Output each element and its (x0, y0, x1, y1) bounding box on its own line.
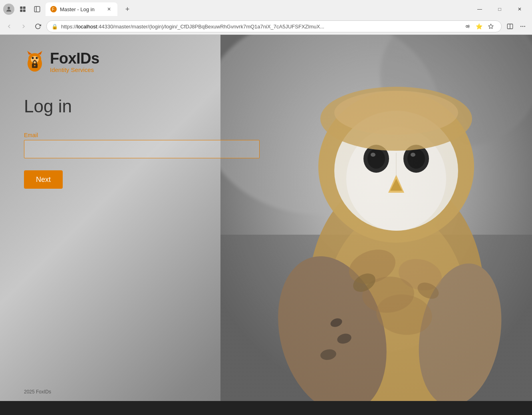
back-button[interactable] (3, 20, 15, 32)
lock-icon: 🔒 (52, 24, 58, 30)
minimize-button[interactable]: — (470, 3, 489, 16)
login-area: FoxIDs Identity Services Log in Email Ne… (0, 35, 288, 401)
brand-header: FoxIDs Identity Services (24, 51, 99, 73)
read-aloud-icon[interactable] (461, 21, 472, 32)
svg-point-15 (524, 26, 525, 27)
login-title: Log in (24, 97, 72, 116)
active-tab[interactable]: F Master - Log in ✕ (46, 2, 117, 16)
favorites-icon[interactable]: ⭐ (473, 21, 484, 32)
tab-title: Master - Log in (60, 6, 102, 12)
svg-rect-1 (20, 6, 22, 9)
footer-copyright: 2025 FoxIDs (24, 389, 51, 395)
new-tab-button[interactable]: + (121, 3, 133, 15)
svg-point-55 (32, 57, 34, 59)
toolbar-buttons (504, 20, 529, 32)
email-label: Email (24, 132, 260, 138)
tab-close-button[interactable]: ✕ (105, 6, 113, 13)
svg-rect-4 (23, 10, 26, 12)
email-form-group: Email (24, 132, 260, 158)
svg-point-9 (466, 26, 468, 28)
browser-chrome: F Master - Log in ✕ + — □ ✕ 🔒 (0, 0, 532, 35)
split-view-button[interactable] (504, 20, 516, 32)
sidebar-toggle[interactable] (31, 3, 43, 15)
brand-name: FoxIDs (50, 51, 99, 66)
email-input[interactable] (24, 140, 260, 158)
svg-point-54 (31, 56, 39, 63)
svg-rect-2 (23, 6, 26, 9)
address-bar-row: 🔒 https://localhost:44330/master/master/… (0, 18, 532, 34)
maximize-button[interactable]: □ (490, 3, 509, 16)
next-button[interactable]: Next (24, 170, 63, 189)
window-controls: — □ ✕ (470, 3, 529, 16)
svg-point-14 (522, 26, 524, 27)
svg-text:F: F (52, 7, 54, 12)
svg-point-13 (520, 26, 522, 27)
svg-point-59 (34, 65, 36, 66)
svg-rect-3 (20, 10, 22, 12)
close-button[interactable]: ✕ (510, 3, 529, 16)
add-favorites-icon[interactable] (485, 21, 496, 32)
brand-text-group: FoxIDs Identity Services (50, 51, 99, 73)
extensions-icon[interactable] (17, 3, 29, 15)
page-content: FoxIDs Identity Services Log in Email Ne… (0, 35, 532, 401)
svg-point-0 (8, 7, 10, 9)
svg-marker-10 (488, 24, 493, 28)
svg-rect-5 (34, 6, 40, 12)
brand-subtitle: Identity Services (50, 67, 99, 73)
profile-icon[interactable] (3, 4, 14, 15)
browser-menu-button[interactable] (517, 20, 529, 32)
svg-point-56 (36, 57, 38, 59)
address-bar[interactable]: 🔒 https://localhost:44330/master/master/… (46, 20, 502, 32)
address-text: https://localhost:44330/master/master/(l… (61, 24, 458, 30)
reload-button[interactable] (32, 20, 44, 32)
copyright-text: 2025 FoxIDs (24, 389, 51, 395)
brand-logo (24, 51, 46, 73)
tab-favicon: F (50, 6, 57, 12)
forward-button[interactable] (18, 20, 30, 32)
